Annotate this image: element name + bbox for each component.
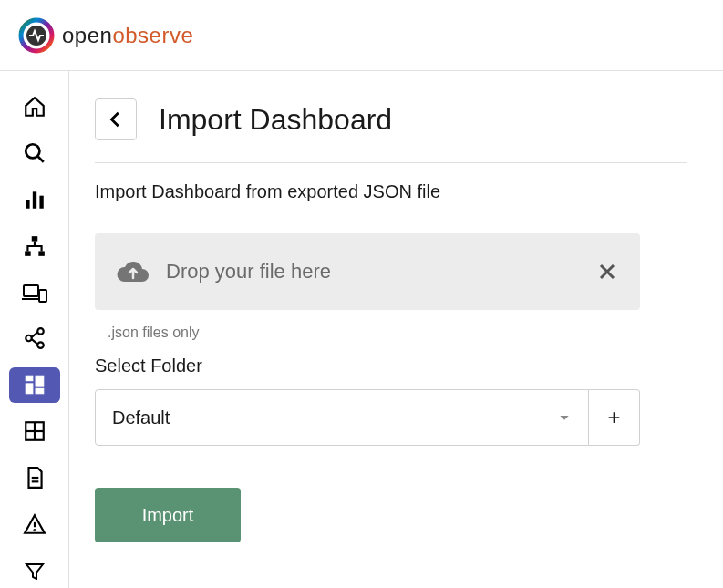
svg-rect-20 [36, 377, 44, 387]
svg-line-17 [31, 340, 37, 345]
sidebar-item-pipelines[interactable] [9, 321, 60, 356]
share-icon [23, 326, 46, 350]
dropzone-placeholder: Drop your file here [166, 260, 331, 284]
svg-point-14 [37, 329, 44, 335]
logo-mark-icon [18, 17, 55, 54]
app-header: openobserve [0, 0, 723, 71]
sidebar-item-logs[interactable] [9, 182, 60, 218]
brand-name: openobserve [62, 23, 193, 48]
svg-rect-9 [38, 251, 45, 255]
page-subtitle: Import Dashboard from exported JSON file [95, 181, 687, 202]
svg-rect-18 [26, 377, 33, 381]
svg-rect-7 [31, 236, 37, 241]
main-content: Import Dashboard Import Dashboard from e… [69, 71, 723, 588]
close-icon [596, 261, 618, 283]
sidebar-item-home[interactable] [9, 89, 60, 125]
chevron-down-icon [557, 410, 572, 425]
alert-icon [23, 512, 46, 536]
document-icon [23, 466, 46, 490]
chevron-left-icon [106, 109, 126, 129]
sidebar-item-devices[interactable] [9, 274, 60, 310]
sidebar-item-alerts[interactable] [9, 506, 60, 542]
file-dropzone[interactable]: Drop your file here [95, 233, 640, 310]
import-button[interactable]: Import [95, 488, 241, 542]
svg-rect-8 [25, 251, 31, 255]
cloud-upload-icon [117, 258, 150, 285]
search-icon [23, 141, 46, 165]
brand-logo[interactable]: openobserve [18, 17, 193, 54]
svg-point-13 [26, 335, 32, 342]
filetype-hint: .json files only [108, 325, 687, 341]
svg-rect-12 [39, 290, 46, 302]
sidebar-item-reports[interactable] [9, 460, 60, 496]
svg-rect-5 [32, 191, 36, 208]
svg-rect-19 [26, 384, 33, 394]
svg-point-2 [26, 144, 39, 158]
tree-icon [23, 234, 46, 258]
devices-icon [22, 281, 47, 304]
folder-field-label: Select Folder [95, 356, 687, 377]
svg-point-28 [34, 530, 35, 531]
svg-rect-21 [36, 389, 44, 394]
filter-icon [23, 562, 46, 580]
dropzone-clear-button[interactable] [596, 261, 618, 283]
bar-chart-icon [23, 188, 46, 211]
sidebar-item-traces[interactable] [9, 228, 60, 263]
grid-icon [23, 419, 46, 443]
svg-line-3 [37, 156, 44, 162]
page-title: Import Dashboard [159, 103, 392, 137]
dashboard-icon [23, 373, 46, 397]
sidebar-item-search[interactable] [9, 136, 60, 171]
svg-rect-10 [24, 285, 38, 296]
sidebar-nav [0, 71, 69, 588]
sidebar-item-metrics[interactable] [9, 414, 60, 449]
back-button[interactable] [95, 98, 137, 140]
home-icon [23, 95, 46, 119]
sidebar-item-filters[interactable] [9, 552, 60, 588]
folder-selected-value: Default [112, 407, 170, 428]
svg-rect-4 [26, 200, 29, 209]
svg-point-15 [37, 343, 44, 349]
folder-select[interactable]: Default [95, 389, 589, 446]
add-folder-button[interactable]: + [589, 389, 640, 446]
svg-rect-6 [39, 196, 43, 209]
sidebar-item-dashboards[interactable] [9, 367, 60, 403]
svg-line-16 [31, 333, 37, 337]
